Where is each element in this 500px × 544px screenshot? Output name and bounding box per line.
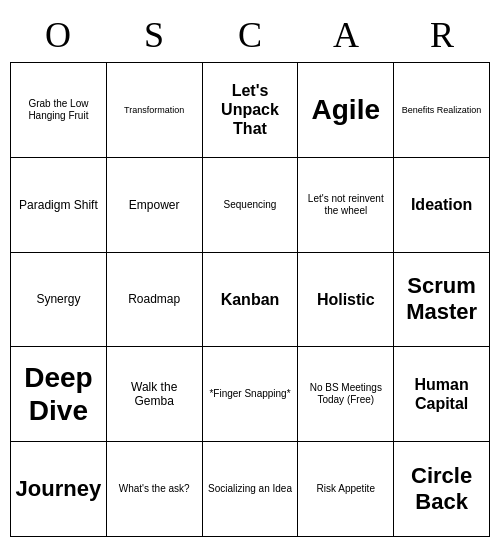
cell-4[interactable]: Benefits Realization xyxy=(394,63,490,158)
cell-8[interactable]: Let's not reinvent the wheel xyxy=(298,158,394,253)
cell-18[interactable]: No BS Meetings Today (Free) xyxy=(298,347,394,442)
cell-10[interactable]: Synergy xyxy=(11,253,107,348)
cell-0[interactable]: Grab the Low Hanging Fruit xyxy=(11,63,107,158)
cell-1[interactable]: Transformation xyxy=(107,63,203,158)
header-o: O xyxy=(10,7,106,62)
bingo-grid: Grab the Low Hanging FruitTransformation… xyxy=(10,62,490,537)
cell-3[interactable]: Agile xyxy=(298,63,394,158)
cell-14[interactable]: Scrum Master xyxy=(394,253,490,348)
cell-15[interactable]: Deep Dive xyxy=(11,347,107,442)
cell-5[interactable]: Paradigm Shift xyxy=(11,158,107,253)
header-r: R xyxy=(394,7,490,62)
cell-20[interactable]: Journey xyxy=(11,442,107,537)
cell-24[interactable]: Circle Back xyxy=(394,442,490,537)
cell-21[interactable]: What's the ask? xyxy=(107,442,203,537)
cell-23[interactable]: Risk Appetite xyxy=(298,442,394,537)
cell-19[interactable]: Human Capital xyxy=(394,347,490,442)
cell-9[interactable]: Ideation xyxy=(394,158,490,253)
bingo-card: O S C A R Grab the Low Hanging FruitTran… xyxy=(10,7,490,537)
cell-17[interactable]: *Finger Snapping* xyxy=(203,347,299,442)
header-row: O S C A R xyxy=(10,7,490,62)
header-a: A xyxy=(298,7,394,62)
cell-2[interactable]: Let's Unpack That xyxy=(203,63,299,158)
header-c: C xyxy=(202,7,298,62)
cell-7[interactable]: Sequencing xyxy=(203,158,299,253)
cell-6[interactable]: Empower xyxy=(107,158,203,253)
cell-13[interactable]: Holistic xyxy=(298,253,394,348)
header-s: S xyxy=(106,7,202,62)
cell-16[interactable]: Walk the Gemba xyxy=(107,347,203,442)
cell-22[interactable]: Socializing an Idea xyxy=(203,442,299,537)
cell-11[interactable]: Roadmap xyxy=(107,253,203,348)
cell-12[interactable]: Kanban xyxy=(203,253,299,348)
